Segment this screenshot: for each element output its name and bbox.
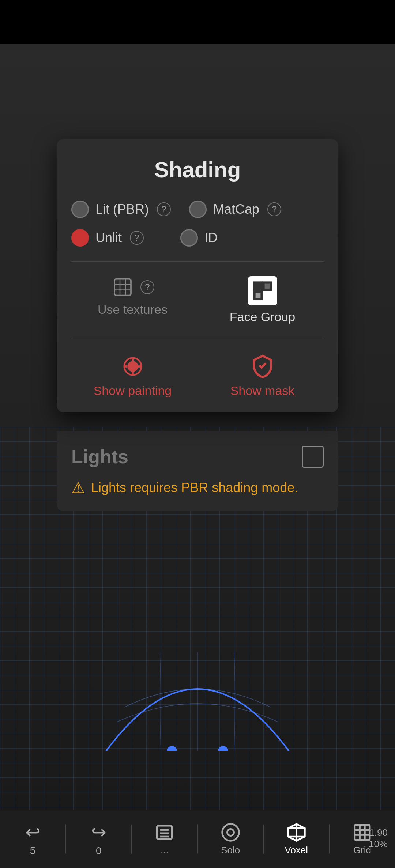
undo-count: 5 [30,845,36,857]
unlit-option[interactable]: Unlit ? [71,229,144,247]
undo-icon: ↩ [25,822,41,843]
svg-rect-38 [254,292,262,299]
lights-warning: ⚠ Lights requires PBR shading mode. [71,479,324,497]
svg-point-33 [167,746,177,751]
version-number: 1.90 [369,827,388,838]
lights-section: Lights ⚠ Lights requires PBR shading mod… [57,431,338,511]
nav-voxel[interactable]: Voxel [264,822,329,856]
redo-icon: ↪ [91,822,106,843]
unlit-radio[interactable] [71,229,89,247]
svg-rect-35 [114,279,131,296]
face-group-option[interactable]: Face Group [201,276,324,324]
shading-row-2: Unlit ? ID [71,229,324,247]
svg-point-49 [222,824,239,841]
lit-pbr-label: Lit (PBR) [95,202,149,217]
top-status-bar [0,0,395,44]
bottom-nav: ↩ 5 ↪ 0 ... Solo Voxel [0,810,395,868]
menu-icon [154,822,174,842]
lights-title: Lights [71,446,128,468]
svg-point-50 [227,829,234,835]
face-group-label: Face Group [230,310,296,324]
unlit-label: Unlit [95,230,122,245]
show-mask-icon [250,354,275,379]
nav-menu[interactable]: ... [132,822,197,856]
texture-section: ? Use textures Face Group [71,276,324,339]
textures-help[interactable]: ? [140,280,154,294]
id-option[interactable]: ID [180,229,218,247]
show-mask-label: Show mask [230,384,295,398]
lit-pbr-option[interactable]: Lit (PBR) ? [71,201,171,218]
show-painting-icon [120,354,146,379]
menu-label: ... [161,845,169,856]
paint-section: Show painting Show mask [71,354,324,398]
id-label: ID [204,230,218,245]
svg-rect-37 [263,283,271,290]
lit-pbr-help[interactable]: ? [157,202,171,216]
matcap-help[interactable]: ? [267,202,281,216]
show-painting-option[interactable]: Show painting [71,354,194,398]
voxel-label: Voxel [285,845,308,856]
svg-rect-36 [254,283,262,290]
show-painting-label: Show painting [94,384,172,398]
use-textures-option[interactable]: ? Use textures [71,276,194,324]
face-group-icon [248,276,277,305]
lights-checkbox[interactable] [302,446,324,468]
svg-point-34 [218,746,228,751]
voxel-icon [286,822,306,842]
matcap-radio[interactable] [189,201,207,218]
svg-point-39 [128,362,137,370]
separator1 [71,261,324,262]
object-area [57,592,338,751]
lit-pbr-radio[interactable] [71,201,89,218]
svg-rect-55 [355,825,370,840]
shading-row-1: Lit (PBR) ? MatCap ? [71,201,324,218]
shading-modal: Shading Lit (PBR) ? MatCap ? Unlit ? ID [57,139,338,412]
texture-icon [111,276,135,298]
warning-icon: ⚠ [71,479,85,497]
matcap-label: MatCap [213,202,259,217]
zoom-level: 10% [369,838,388,850]
id-radio[interactable] [180,229,198,247]
warning-text: Lights requires PBR shading mode. [91,479,298,497]
unlit-help[interactable]: ? [130,231,144,245]
solo-icon [221,822,241,842]
lights-header: Lights [71,446,324,468]
redo-count: 0 [96,845,102,857]
nav-solo[interactable]: Solo [198,822,263,856]
version-info: 1.90 10% [369,827,388,850]
sphere-wireframe [95,649,300,751]
nav-undo[interactable]: ↩ 5 [0,822,65,857]
use-textures-label: Use textures [98,302,168,317]
show-mask-option[interactable]: Show mask [201,354,324,398]
solo-label: Solo [221,845,240,856]
modal-title: Shading [71,157,324,182]
matcap-option[interactable]: MatCap ? [189,201,281,218]
nav-redo[interactable]: ↪ 0 [66,822,131,857]
